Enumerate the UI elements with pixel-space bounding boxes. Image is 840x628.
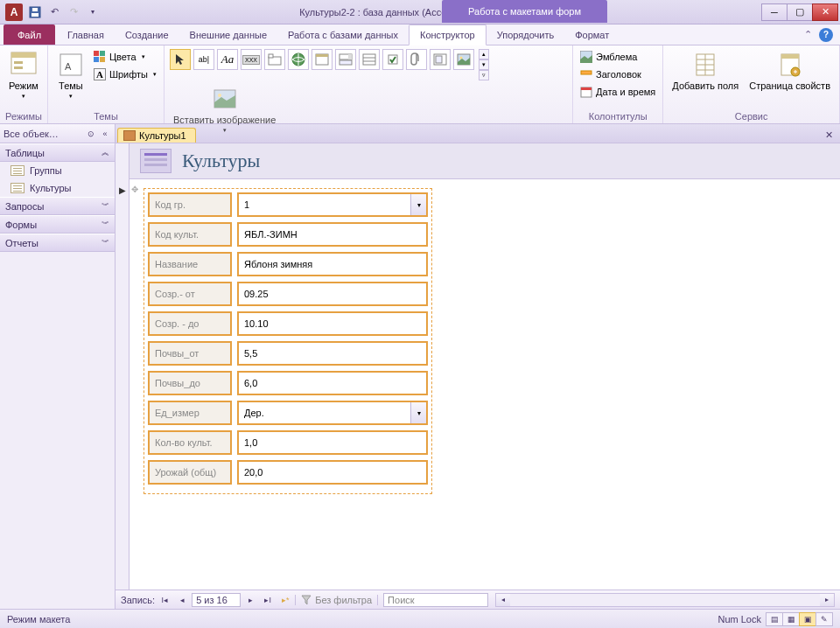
next-record-button[interactable]: ▸ bbox=[242, 593, 258, 607]
field-combobox[interactable]: Дер.▾ bbox=[237, 401, 428, 425]
control-image[interactable] bbox=[453, 49, 474, 70]
document-close-icon[interactable]: ✕ bbox=[821, 127, 836, 143]
field-label[interactable]: Урожай (общ) bbox=[148, 460, 232, 485]
control-subform[interactable] bbox=[430, 49, 451, 70]
nav-item-table[interactable]: Группы bbox=[0, 162, 115, 179]
field-combobox[interactable]: 1▾ bbox=[237, 192, 428, 217]
field-textbox[interactable]: 09.25 bbox=[237, 282, 428, 306]
control-button[interactable]: XXX bbox=[241, 49, 262, 70]
control-label[interactable]: Aa bbox=[217, 49, 238, 70]
tab-external-data[interactable]: Внешние данные bbox=[179, 24, 277, 45]
form-view-button[interactable]: ▤ bbox=[766, 612, 783, 626]
qat-dropdown-icon[interactable]: ▾ bbox=[84, 3, 102, 21]
field-label[interactable]: Ед_измер bbox=[148, 401, 232, 425]
gallery-down-icon[interactable]: ▾ bbox=[479, 59, 489, 70]
form-logo-icon[interactable] bbox=[140, 149, 172, 173]
control-tab[interactable] bbox=[264, 49, 285, 70]
tab-home[interactable]: Главная bbox=[57, 24, 115, 45]
control-navigation[interactable] bbox=[312, 49, 332, 70]
field-label[interactable]: Название bbox=[148, 252, 232, 276]
fonts-button[interactable]: A Шрифты▾ bbox=[92, 66, 158, 82]
undo-icon[interactable]: ↶ bbox=[46, 3, 63, 21]
search-input[interactable]: Поиск bbox=[383, 593, 488, 607]
field-label[interactable]: Почвы_от bbox=[148, 341, 232, 366]
minimize-button[interactable]: ─ bbox=[761, 3, 788, 21]
redo-icon[interactable]: ↷ bbox=[65, 3, 82, 21]
field-label[interactable]: Код культ. bbox=[148, 222, 232, 247]
dropdown-icon[interactable]: ▾ bbox=[410, 194, 426, 215]
tab-database-tools[interactable]: Работа с базами данных bbox=[277, 24, 409, 45]
view-mode-button[interactable]: Режим ▾ bbox=[5, 49, 42, 101]
layout-selection[interactable]: Код гр.1▾Код культ.ЯБЛ.-ЗИМННазваниеЯбло… bbox=[144, 188, 432, 494]
ribbon-minimize-icon[interactable]: ⌃ bbox=[804, 29, 812, 40]
save-icon[interactable] bbox=[26, 3, 44, 21]
design-view-button[interactable]: ✎ bbox=[816, 612, 833, 626]
filter-indicator[interactable]: Без фильтра bbox=[295, 595, 378, 605]
control-textbox[interactable]: ab| bbox=[193, 49, 214, 70]
record-selector[interactable]: ▶ bbox=[116, 143, 130, 590]
filter-icon bbox=[301, 595, 312, 605]
colors-button[interactable]: Цвета▾ bbox=[92, 49, 158, 65]
nav-pane-header[interactable]: Все объек… ⊙« bbox=[0, 124, 115, 143]
property-sheet-button[interactable]: Страница свойств bbox=[746, 49, 834, 93]
field-textbox[interactable]: Яблоня зимняя bbox=[237, 252, 428, 276]
field-textbox[interactable]: 1,0 bbox=[237, 430, 428, 455]
insert-image-button[interactable]: Вставить изображение ▾ bbox=[170, 83, 279, 136]
field-label[interactable]: Созр.- от bbox=[148, 282, 232, 306]
control-hyperlink[interactable] bbox=[288, 49, 309, 70]
new-record-button[interactable]: ▸* bbox=[277, 593, 293, 607]
control-checkbox[interactable] bbox=[382, 49, 403, 70]
gallery-up-icon[interactable]: ▴ bbox=[479, 49, 489, 59]
form-row: Код гр.1▾ bbox=[148, 192, 428, 217]
nav-item-table[interactable]: Культуры bbox=[0, 179, 115, 197]
window-title: Культуры2-2 : база данных (Access 2007) … bbox=[102, 7, 762, 17]
field-textbox[interactable]: 20,0 bbox=[237, 460, 428, 485]
tab-arrange[interactable]: Упорядочить bbox=[486, 24, 564, 45]
help-icon[interactable]: ? bbox=[819, 28, 833, 42]
logo-button[interactable]: Эмблема bbox=[578, 49, 657, 65]
field-textbox[interactable]: ЯБЛ.-ЗИМН bbox=[237, 222, 428, 247]
nav-group-tables[interactable]: Таблицы︽ bbox=[0, 143, 115, 162]
maximize-button[interactable]: ▢ bbox=[787, 3, 813, 21]
datasheet-view-button[interactable]: ▦ bbox=[782, 612, 800, 626]
form-row: Созр. - до10.10 bbox=[148, 311, 428, 336]
scroll-left-icon[interactable]: ◂ bbox=[496, 594, 510, 606]
gallery-more-icon[interactable]: ▿ bbox=[479, 70, 489, 80]
horizontal-scrollbar[interactable]: ◂ ▸ bbox=[495, 593, 835, 607]
last-record-button[interactable]: ▸I bbox=[260, 593, 276, 607]
nav-group-queries[interactable]: Запросы︾ bbox=[0, 197, 115, 215]
nav-dropdown-icon[interactable]: ⊙ bbox=[85, 128, 97, 140]
tab-format[interactable]: Формат bbox=[564, 24, 620, 45]
nav-group-forms[interactable]: Формы︾ bbox=[0, 215, 115, 234]
themes-button[interactable]: A Темы ▾ bbox=[53, 49, 88, 101]
layout-view-button[interactable]: ▣ bbox=[799, 612, 816, 626]
tab-create[interactable]: Создание bbox=[115, 24, 179, 45]
field-label[interactable]: Почвы_до bbox=[148, 371, 232, 395]
prev-record-button[interactable]: ◂ bbox=[174, 593, 190, 607]
field-textbox[interactable]: 10.10 bbox=[237, 311, 428, 336]
field-label[interactable]: Код гр. bbox=[148, 192, 232, 217]
field-label[interactable]: Созр. - до bbox=[148, 311, 232, 336]
control-select-tool[interactable] bbox=[170, 49, 191, 70]
first-record-button[interactable]: I◂ bbox=[157, 593, 172, 607]
dropdown-icon[interactable]: ▾ bbox=[410, 402, 426, 423]
add-fields-button[interactable]: Добавить поля bbox=[668, 49, 742, 93]
control-combobox[interactable] bbox=[335, 49, 356, 70]
nav-group-reports[interactable]: Отчеты︾ bbox=[0, 234, 115, 252]
datetime-button[interactable]: Дата и время bbox=[578, 84, 657, 100]
table-icon bbox=[10, 165, 24, 176]
field-textbox[interactable]: 5,5 bbox=[237, 341, 428, 366]
layout-move-handle-icon[interactable]: ✥ bbox=[131, 185, 142, 195]
file-tab[interactable]: Файл bbox=[4, 24, 55, 45]
field-label[interactable]: Кол-во культ. bbox=[148, 430, 232, 455]
close-button[interactable]: ✕ bbox=[812, 3, 838, 21]
tab-constructor[interactable]: Конструктор bbox=[409, 24, 486, 45]
control-listbox[interactable] bbox=[359, 49, 380, 70]
scroll-right-icon[interactable]: ▸ bbox=[820, 594, 834, 606]
control-attachment[interactable] bbox=[406, 49, 427, 70]
record-position[interactable]: 5 из 16 bbox=[192, 593, 241, 607]
title-button[interactable]: Заголовок bbox=[578, 66, 657, 82]
field-textbox[interactable]: 6,0 bbox=[237, 371, 428, 395]
form-title[interactable]: Культуры bbox=[182, 150, 260, 172]
nav-collapse-icon[interactable]: « bbox=[99, 128, 111, 140]
